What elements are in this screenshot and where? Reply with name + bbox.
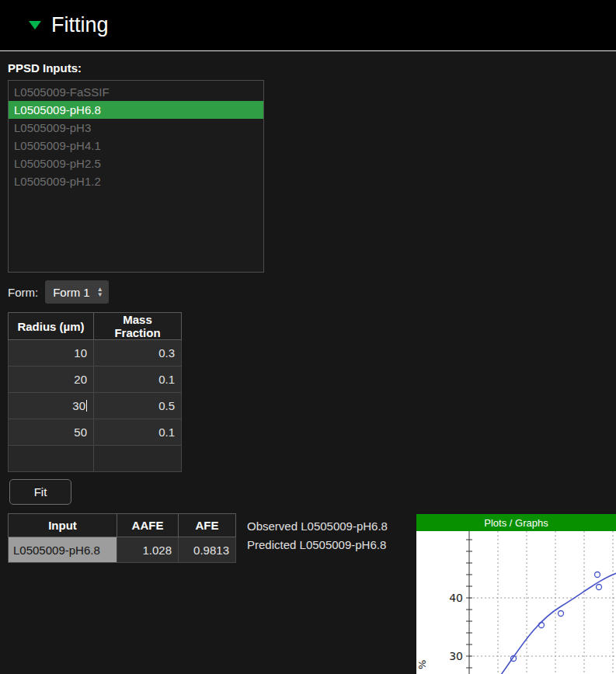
radius-cell[interactable]: 50: [9, 419, 94, 446]
aafe-column-header: AAFE: [117, 514, 179, 537]
radius-cell[interactable]: [9, 446, 94, 472]
mass-fraction-cell[interactable]: [94, 446, 182, 472]
results-header-row: Input AAFE AFE: [9, 514, 236, 537]
plot-legend: Observed L0505009-pH6.8 Predicted L05050…: [247, 517, 388, 554]
result-afe-cell: 0.9813: [179, 537, 236, 563]
mass-fraction-column-header: Mass Fraction: [94, 313, 182, 340]
plot-panel: Plots / Graphs: [416, 514, 616, 674]
y-tick-label: 30: [449, 650, 463, 662]
form-select-value: Form 1: [53, 286, 90, 299]
form-row: Form: Form 1 ▲ ▼: [8, 280, 109, 304]
radius-cell[interactable]: 20: [9, 367, 94, 393]
data-point-marker: [511, 656, 517, 662]
table-row: 10 0.3: [9, 340, 182, 367]
table-row: 20 0.1: [9, 367, 182, 393]
y-axis-label: %: [416, 660, 428, 669]
legend-observed: Observed L0505009-pH6.8: [247, 517, 388, 536]
mass-fraction-cell[interactable]: 0.5: [94, 393, 182, 419]
mass-fraction-cell[interactable]: 0.3: [94, 340, 182, 367]
list-item[interactable]: L0505009-pH2.5: [9, 155, 263, 172]
mass-fraction-cell[interactable]: 0.1: [94, 367, 182, 393]
fitting-panel: Fitting PPSD Inputs: L0505009-FaSSIF L05…: [0, 0, 616, 674]
radius-column-header: Radius (µm): [9, 313, 94, 340]
data-point-marker: [559, 611, 564, 617]
radius-cell[interactable]: 10: [9, 340, 94, 367]
list-item[interactable]: L0505009-FaSSIF: [9, 83, 263, 101]
y-tick-label: 40: [449, 592, 463, 604]
table-header-row: Radius (µm) Mass Fraction: [9, 313, 182, 340]
collapse-triangle-icon[interactable]: [29, 21, 41, 30]
ppsd-inputs-label: PPSD Inputs:: [8, 61, 82, 75]
text-caret: [86, 400, 87, 412]
section-header: Fitting: [0, 0, 616, 51]
plot-panel-title: Plots / Graphs: [484, 517, 548, 529]
data-point-marker: [539, 623, 545, 628]
result-input-cell[interactable]: L0505009-pH6.8: [9, 537, 117, 563]
table-row: 30 0.5: [9, 393, 182, 419]
table-row-empty: [9, 446, 182, 472]
table-row: 50 0.1: [9, 419, 182, 446]
data-point-marker: [595, 572, 600, 578]
form-select[interactable]: Form 1 ▲ ▼: [45, 280, 108, 304]
plot-body: 40 30 %: [416, 531, 616, 674]
page-title: Fitting: [51, 13, 109, 37]
plot-canvas[interactable]: 40 30 %: [416, 531, 616, 674]
list-item[interactable]: L0505009-pH1.2: [9, 172, 263, 190]
result-aafe-cell: 1.028: [117, 537, 179, 563]
mass-fraction-cell[interactable]: 0.1: [94, 419, 182, 446]
input-column-header: Input: [9, 514, 117, 537]
list-item[interactable]: L0505009-pH4.1: [9, 137, 263, 155]
list-item-selected[interactable]: L0505009-pH6.8: [9, 101, 263, 119]
spinner-arrows: ▲ ▼: [97, 287, 103, 297]
afe-column-header: AFE: [179, 514, 236, 537]
results-row[interactable]: L0505009-pH6.8 1.028 0.9813: [9, 537, 236, 563]
ppsd-input-list[interactable]: L0505009-FaSSIF L0505009-pH6.8 L0505009-…: [8, 80, 264, 273]
data-point-marker: [597, 585, 602, 590]
plot-panel-header: Plots / Graphs: [416, 514, 616, 531]
radius-cell-editing[interactable]: 30: [9, 393, 94, 419]
plot-grid: [469, 531, 616, 674]
list-item[interactable]: L0505009-pH3: [9, 119, 263, 137]
fit-button[interactable]: Fit: [9, 479, 71, 505]
spinner-down-icon[interactable]: ▼: [97, 292, 103, 297]
radius-cell-value: 30: [72, 399, 85, 412]
fit-results-table: Input AAFE AFE L0505009-pH6.8 1.028 0.98…: [8, 513, 236, 563]
legend-predicted: Predicted L0505009-pH6.8: [247, 536, 388, 554]
observed-points: [511, 572, 602, 662]
radius-mass-table: Radius (µm) Mass Fraction 10 0.3 20 0.1 …: [8, 312, 182, 472]
form-label: Form:: [8, 286, 38, 299]
